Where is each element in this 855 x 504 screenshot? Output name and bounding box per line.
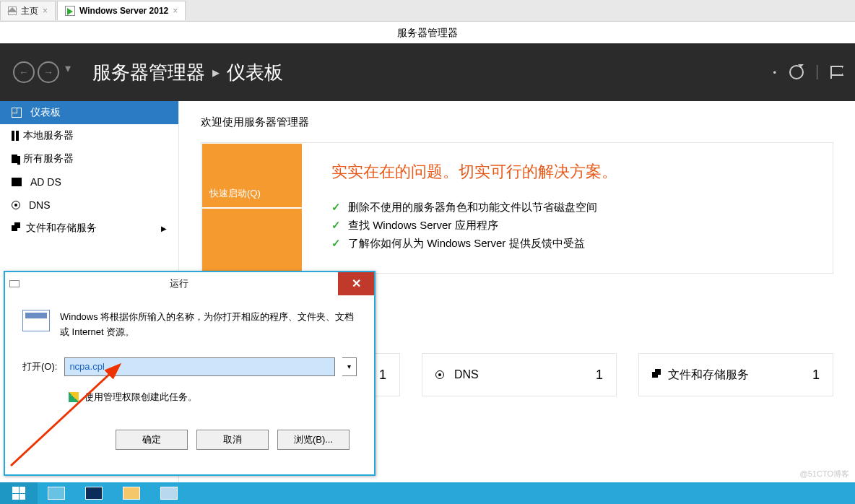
tab-current-label: Windows Server 2012 (79, 6, 168, 16)
taskbar-item-powershell[interactable] (75, 482, 113, 504)
sidebar-item-local-server[interactable]: 本地服务器 (0, 124, 178, 147)
sidebar-item-file-storage[interactable]: 文件和存储服务 ▶ (0, 217, 178, 240)
open-label: 打开(O): (22, 360, 57, 373)
taskbar-item-explorer[interactable] (113, 482, 150, 504)
adds-icon (12, 178, 22, 186)
files-icon (12, 225, 17, 231)
start-button[interactable] (0, 482, 38, 504)
stat-tile-dns[interactable]: DNS 1 (422, 353, 617, 396)
menu-dot[interactable]: • (773, 67, 776, 78)
shield-icon (69, 392, 79, 402)
tab-home[interactable]: 主页 × (0, 1, 56, 20)
close-icon[interactable]: × (173, 6, 178, 16)
files-icon (652, 372, 658, 378)
close-icon[interactable]: × (43, 6, 48, 16)
breadcrumb-root[interactable]: 服务器管理器 (92, 60, 205, 85)
sidebar-item-dashboard[interactable]: 仪表板 (0, 101, 178, 124)
ok-button[interactable]: 确定 (116, 430, 188, 450)
dashboard-icon (12, 108, 22, 118)
dropdown-button[interactable]: ▾ (342, 357, 357, 376)
server-icon (65, 6, 75, 16)
chevron-right-icon: ▸ (212, 64, 220, 81)
tab-current[interactable]: Windows Server 2012 × (57, 1, 186, 20)
close-button[interactable]: ✕ (338, 272, 374, 295)
cancel-button[interactable]: 取消 (196, 430, 269, 450)
bullet-text[interactable]: 查找 Windows Server 应用程序 (348, 219, 498, 233)
refresh-icon[interactable] (789, 65, 804, 79)
home-icon (8, 6, 17, 15)
windows-logo-icon (12, 487, 25, 500)
forward-button[interactable]: → (38, 61, 59, 83)
run-dialog: 运行 ✕ Windows 将根据你所输入的名称，为你打开相应的程序、文件夹、文档… (4, 271, 376, 476)
flag-icon[interactable] (830, 66, 842, 79)
quick-start-label: 快速启动(Q) (209, 187, 261, 200)
check-icon: ✓ (331, 219, 341, 233)
bullet-text[interactable]: 了解你如何从为 Windows Server 提供反馈中受益 (348, 237, 585, 251)
dns-icon (12, 201, 20, 209)
stat-count: 1 (379, 368, 386, 383)
sidebar-item-all-servers[interactable]: 所有服务器 (0, 147, 178, 170)
servers-icon (12, 155, 14, 163)
breadcrumb: 服务器管理器 ▸ 仪表板 (92, 60, 283, 85)
taskbar-item-server-manager[interactable] (38, 482, 75, 504)
check-icon: ✓ (331, 237, 341, 251)
watermark: @51CTO博客 (800, 469, 849, 479)
run-app-icon (9, 280, 19, 287)
admin-note: 使用管理权限创建此任务。 (84, 391, 197, 404)
browser-tabbar: 主页 × Windows Server 2012 × (0, 0, 855, 22)
welcome-heading: 欢迎使用服务器管理器 (201, 116, 833, 129)
dns-icon (435, 370, 444, 379)
breadcrumb-page[interactable]: 仪表板 (227, 60, 283, 85)
sidebar-item-label: 本地服务器 (23, 129, 74, 142)
back-button[interactable]: ← (13, 61, 35, 83)
run-description: Windows 将根据你所输入的名称，为你打开相应的程序、文件夹、文档或 Int… (60, 310, 357, 340)
promo-tile-2[interactable] (201, 208, 303, 273)
stat-label: DNS (454, 368, 479, 381)
bullet-text[interactable]: 删除不使用的服务器角色和功能文件以节省磁盘空间 (348, 201, 597, 214)
server-icon (12, 131, 14, 141)
stat-count: 1 (596, 368, 603, 383)
sidebar-item-label: 文件和存储服务 (26, 222, 97, 235)
sidebar-item-adds[interactable]: AD DS (0, 170, 178, 194)
promo-panel: 快速启动(Q) 实实在在的问题。切实可行的解决方案。 ✓删除不使用的服务器角色和… (201, 142, 833, 274)
taskbar-item-window[interactable] (150, 482, 188, 504)
run-input[interactable] (64, 357, 335, 376)
run-title-text: 运行 (19, 277, 338, 290)
sidebar-item-label: 仪表板 (30, 106, 61, 119)
promo-bullets: ✓删除不使用的服务器角色和功能文件以节省磁盘空间 ✓查找 Windows Ser… (331, 201, 804, 251)
chevron-right-icon: ▶ (161, 225, 167, 233)
stat-tile-files[interactable]: 文件和存储服务 1 (638, 353, 833, 396)
dropdown-icon[interactable]: ▾ (65, 61, 71, 83)
quick-start-tile[interactable]: 快速启动(Q) (201, 143, 303, 208)
window-title: 服务器管理器 (0, 22, 855, 43)
stat-label: 文件和存储服务 (668, 368, 749, 383)
stat-count: 1 (812, 368, 820, 383)
check-icon: ✓ (331, 201, 341, 214)
run-titlebar[interactable]: 运行 ✕ (5, 272, 374, 295)
taskbar (0, 482, 855, 504)
promo-headline: 实实在在的问题。切实可行的解决方案。 (331, 161, 804, 183)
sidebar-item-label: AD DS (30, 176, 61, 188)
separator (817, 65, 817, 79)
sidebar-item-dns[interactable]: DNS (0, 194, 178, 217)
tab-home-label: 主页 (21, 5, 38, 17)
run-icon (22, 310, 50, 331)
sidebar-item-label: DNS (29, 199, 51, 211)
sidebar-item-label: 所有服务器 (23, 152, 74, 165)
browse-button[interactable]: 浏览(B)... (277, 430, 350, 450)
header-bar: ← → ▾ 服务器管理器 ▸ 仪表板 • (0, 43, 855, 101)
